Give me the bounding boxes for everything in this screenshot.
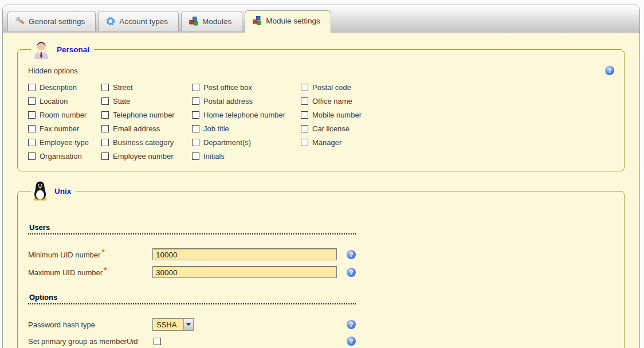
min-uid-row: Minimum UID number* <box>28 248 356 260</box>
hidden-option-item: Mobile number <box>301 111 614 119</box>
hidden-option-checkbox[interactable] <box>101 125 109 132</box>
hidden-option-label: Job title <box>203 124 229 133</box>
hidden-option-checkbox[interactable] <box>192 111 199 119</box>
hidden-option-checkbox[interactable] <box>192 139 199 146</box>
tab-bar: General settings Account types Modul <box>3 5 639 33</box>
help-icon[interactable] <box>605 66 614 75</box>
hidden-option-label: Fax number <box>40 124 79 133</box>
help-icon[interactable] <box>347 268 356 277</box>
hidden-option-label: Description <box>40 83 77 92</box>
hidden-option-label: Location <box>40 97 68 105</box>
hidden-option-checkbox[interactable] <box>301 97 308 105</box>
hidden-option-item: Email address <box>101 124 192 133</box>
hidden-option-checkbox[interactable] <box>28 153 36 160</box>
hidden-option-checkbox[interactable] <box>28 97 36 105</box>
tab-module-settings[interactable]: Module settings <box>245 10 331 33</box>
hidden-option-item: Department(s) <box>192 138 301 147</box>
tux-penguin-icon <box>32 181 48 201</box>
hidden-option-item: Room number <box>28 111 101 119</box>
hidden-options-label: Hidden options <box>28 67 78 75</box>
hidden-option-checkbox[interactable] <box>301 111 308 119</box>
max-uid-row: Maximum UID number* <box>28 266 356 278</box>
member-uid-label: Set primary group as memberUid <box>28 337 152 346</box>
hidden-option-label: Employee number <box>113 152 174 161</box>
hidden-option-label: Office name <box>312 97 352 105</box>
hidden-option-label: Organisation <box>40 152 82 161</box>
hidden-option-item: Post office box <box>192 83 301 92</box>
hidden-option-checkbox[interactable] <box>101 84 109 91</box>
hidden-option-label: Postal address <box>203 97 253 105</box>
hidden-option-item: Fax number <box>28 124 101 133</box>
tab-general-settings[interactable]: General settings <box>7 11 96 31</box>
hidden-option-checkbox[interactable] <box>192 125 199 132</box>
unix-section: Unix Users Minimum UID number* Maximum U… <box>17 181 625 348</box>
hidden-option-item: Job title <box>192 124 301 133</box>
hidden-option-checkbox[interactable] <box>301 84 308 91</box>
hidden-option-checkbox[interactable] <box>101 111 109 119</box>
gear-icon <box>106 17 115 26</box>
max-uid-input[interactable] <box>152 266 337 278</box>
hidden-option-checkbox[interactable] <box>28 84 36 91</box>
hidden-option-label: Employee type <box>40 138 89 147</box>
options-subheader: Options <box>28 293 356 304</box>
hidden-option-label: Post office box <box>203 83 252 92</box>
hidden-option-label: Telephone number <box>113 111 175 119</box>
required-marker: * <box>104 265 107 275</box>
hidden-option-item: Car license <box>301 124 614 133</box>
hidden-option-item: Initials <box>192 152 301 161</box>
personal-section-legend: Personal <box>31 40 94 59</box>
hidden-option-label: Email address <box>113 124 160 133</box>
password-hash-label: Password hash type <box>28 320 152 329</box>
personal-section: Personal Hidden options DescriptionStree… <box>17 40 625 171</box>
hidden-option-checkbox[interactable] <box>101 153 109 160</box>
help-icon[interactable] <box>347 337 356 346</box>
min-uid-label: Minimum UID number* <box>28 250 152 259</box>
unix-section-title: Unix <box>54 187 71 195</box>
chevron-down-icon[interactable] <box>183 319 193 330</box>
password-hash-row: Password hash type SSHA <box>28 318 356 331</box>
module-settings-panel: Personal Hidden options DescriptionStree… <box>3 33 639 348</box>
tab-modules[interactable]: Modules <box>181 11 242 31</box>
hidden-option-label: Street <box>113 83 133 92</box>
hidden-option-label: Mobile number <box>312 111 362 119</box>
hidden-option-checkbox[interactable] <box>28 125 36 132</box>
password-hash-select[interactable]: SSHA <box>152 318 194 331</box>
hidden-option-checkbox[interactable] <box>28 139 36 146</box>
tab-label: Modules <box>202 17 231 26</box>
users-subheader: Users <box>28 223 356 234</box>
hidden-option-label: Home telephone number <box>203 111 285 119</box>
hidden-option-item: Street <box>101 83 192 92</box>
hidden-option-item: Business category <box>101 138 192 147</box>
password-hash-value: SSHA <box>153 319 183 330</box>
member-uid-row: Set primary group as memberUid <box>28 337 356 346</box>
person-icon <box>32 40 50 59</box>
modules-cubes-icon <box>189 17 198 26</box>
hidden-option-label: Initials <box>203 152 225 161</box>
hidden-option-item: State <box>101 97 192 105</box>
tab-label: Account types <box>119 17 168 26</box>
hidden-option-item: Description <box>28 83 101 92</box>
hidden-option-checkbox[interactable] <box>28 111 36 119</box>
personal-section-title: Personal <box>57 45 89 54</box>
tab-label: Module settings <box>266 17 320 25</box>
hidden-option-item: Employee type <box>28 138 101 147</box>
help-icon[interactable] <box>347 320 356 329</box>
hidden-option-checkbox[interactable] <box>101 97 109 105</box>
hidden-option-checkbox[interactable] <box>192 84 199 91</box>
hidden-option-checkbox[interactable] <box>301 139 308 146</box>
tab-label: General settings <box>29 17 85 26</box>
help-icon[interactable] <box>347 250 356 259</box>
tab-account-types[interactable]: Account types <box>98 11 179 31</box>
hidden-option-label: Department(s) <box>203 138 251 147</box>
required-marker: * <box>101 248 104 257</box>
hidden-option-item: Manager <box>301 138 614 147</box>
min-uid-input[interactable] <box>152 248 337 260</box>
member-uid-checkbox[interactable] <box>154 338 161 345</box>
hidden-option-checkbox[interactable] <box>192 153 199 160</box>
hidden-option-checkbox[interactable] <box>301 125 308 132</box>
hidden-option-checkbox[interactable] <box>192 97 199 105</box>
modules-cubes-icon <box>253 16 262 25</box>
hidden-option-checkbox[interactable] <box>101 139 109 146</box>
hidden-option-item: Employee number <box>101 152 192 161</box>
unix-section-legend: Unix <box>31 181 76 201</box>
